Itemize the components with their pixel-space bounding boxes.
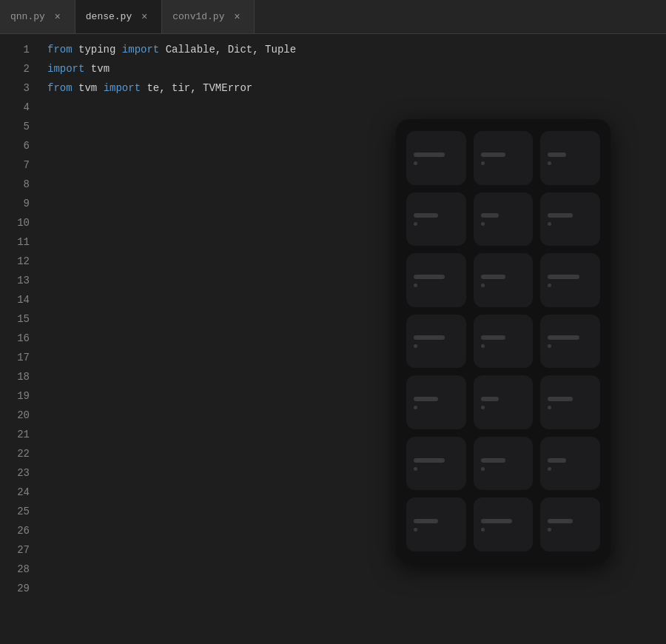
overlay-card-1-2[interactable]	[474, 131, 534, 185]
card-dot	[548, 467, 551, 471]
card-line	[414, 213, 438, 218]
overlay-card-7-1[interactable]	[406, 497, 466, 551]
card-line	[414, 275, 445, 279]
tab-conv1d[interactable]: conv1d.py ×	[162, 0, 255, 33]
tab-qnn-close[interactable]: ×	[51, 10, 64, 24]
overlay-card-4-1[interactable]	[406, 315, 466, 369]
card-dot	[548, 222, 551, 226]
code-line-4	[47, 98, 666, 117]
card-dot	[481, 284, 485, 287]
card-line	[548, 275, 579, 279]
card-dot	[481, 528, 485, 531]
keyword-from-1: from	[47, 44, 73, 56]
card-dot	[414, 467, 417, 471]
card-dot	[414, 284, 417, 287]
code-line-1: from typing import Callable, Dict, Tuple	[47, 40, 666, 59]
card-line	[481, 397, 499, 401]
overlay-card-5-2[interactable]	[474, 375, 534, 429]
overlay-panel	[396, 119, 610, 563]
code-text-1b: Callable, Dict, Tuple	[159, 44, 296, 56]
overlay-card-7-3[interactable]	[540, 497, 600, 551]
tab-bar: qnn.py × dense.py × conv1d.py ×	[0, 0, 666, 34]
overlay-card-2-1[interactable]	[406, 192, 466, 246]
card-line	[414, 152, 445, 157]
card-dot	[414, 344, 417, 348]
card-line	[548, 519, 572, 523]
overlay-card-3-2[interactable]	[474, 253, 534, 307]
keyword-import-3: import	[104, 82, 141, 94]
code-text-2: tvm	[84, 63, 110, 75]
card-dot	[481, 222, 485, 226]
card-line	[481, 213, 499, 218]
code-text-1a: typing	[73, 44, 122, 56]
card-dot	[548, 406, 551, 409]
tab-qnn[interactable]: qnn.py ×	[0, 0, 75, 33]
card-line	[481, 519, 512, 523]
card-line	[548, 335, 579, 340]
keyword-from-3: from	[47, 82, 73, 94]
card-dot	[548, 528, 551, 531]
card-dot	[548, 161, 551, 165]
card-line	[414, 519, 438, 523]
code-line-29	[47, 579, 666, 598]
overlay-card-5-1[interactable]	[406, 375, 466, 429]
card-dot	[548, 344, 551, 348]
overlay-card-4-2[interactable]	[474, 315, 534, 369]
card-dot	[414, 528, 417, 531]
card-line	[548, 458, 565, 463]
code-line-2: import tvm	[47, 59, 666, 78]
card-line	[481, 335, 505, 340]
overlay-card-6-2[interactable]	[474, 437, 534, 491]
card-dot	[481, 467, 485, 471]
card-line	[548, 397, 572, 401]
card-dot	[414, 222, 417, 226]
keyword-import-1: import	[122, 44, 159, 56]
card-line	[481, 275, 505, 279]
tab-qnn-label: qnn.py	[10, 11, 45, 22]
overlay-card-3-3[interactable]	[540, 253, 600, 307]
card-dot	[481, 161, 485, 165]
overlay-card-1-3[interactable]	[540, 131, 600, 185]
card-line	[481, 458, 505, 463]
code-line-3: from tvm import te, tir, TVMError	[47, 78, 666, 98]
card-line	[414, 335, 445, 340]
card-dot	[414, 161, 417, 165]
card-line	[414, 397, 438, 401]
card-line	[414, 458, 445, 463]
overlay-card-5-3[interactable]	[540, 375, 600, 429]
card-dot	[414, 406, 417, 409]
card-line	[481, 152, 505, 157]
keyword-import-2: import	[47, 63, 84, 75]
overlay-card-2-2[interactable]	[474, 192, 534, 246]
code-text-3b: te, tir, TVMError	[141, 82, 252, 94]
overlay-card-1-1[interactable]	[406, 131, 466, 185]
card-dot	[481, 344, 485, 348]
code-area: 12345 678910 1112131415 1617181920 21222…	[0, 34, 666, 644]
overlay-card-6-3[interactable]	[540, 437, 600, 491]
tab-dense[interactable]: dense.py ×	[75, 0, 162, 33]
tab-dense-close[interactable]: ×	[138, 10, 151, 24]
overlay-card-7-2[interactable]	[474, 497, 534, 551]
card-line	[548, 152, 565, 157]
overlay-card-4-3[interactable]	[540, 315, 600, 369]
line-numbers: 12345 678910 1112131415 1617181920 21222…	[0, 34, 41, 644]
card-dot	[481, 406, 485, 409]
overlay-card-6-1[interactable]	[406, 437, 466, 491]
card-line	[548, 213, 572, 218]
code-text-3a: tvm	[73, 82, 104, 94]
tab-dense-label: dense.py	[86, 11, 132, 22]
card-dot	[548, 284, 551, 287]
overlay-card-3-1[interactable]	[406, 253, 466, 307]
tab-conv1d-close[interactable]: ×	[230, 10, 243, 24]
tab-conv1d-label: conv1d.py	[172, 11, 224, 22]
overlay-card-2-3[interactable]	[540, 192, 600, 246]
